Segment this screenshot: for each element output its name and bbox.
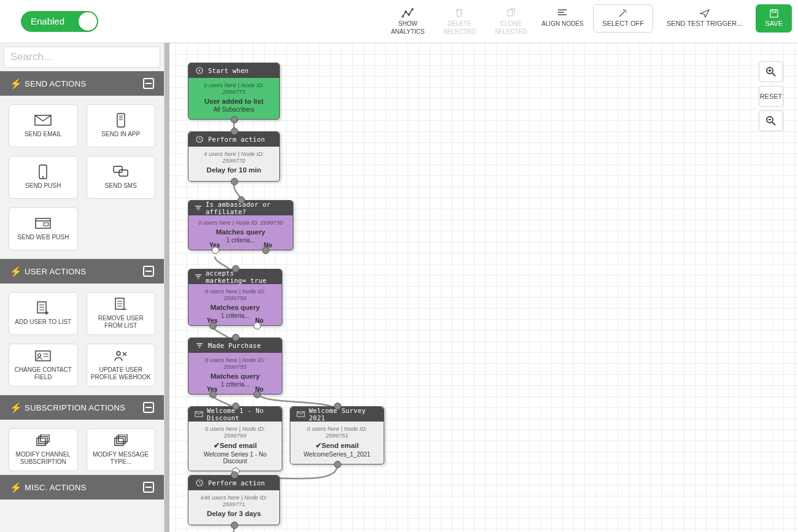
zoom-reset-button[interactable]: RESET: [759, 86, 783, 107]
port-out[interactable]: [231, 116, 238, 123]
card-label: ADD USER TO LIST: [15, 318, 71, 326]
workflow-canvas[interactable]: RESET: [165, 43, 798, 532]
check-icon: ✔: [316, 442, 322, 449]
node-sub: All Subscribers: [193, 106, 274, 113]
clone-selected-button: CLONE SELECTED: [485, 4, 537, 38]
card-modify-channel-subscription[interactable]: MODIFY CHANNEL SUBSCRIPTION: [9, 428, 78, 471]
search-container: [0, 43, 164, 71]
node-made-purchase[interactable]: Made Purchase 0 users here | Node ID: 25…: [188, 337, 282, 395]
port-in[interactable]: [334, 403, 341, 410]
svg-rect-12: [39, 165, 47, 179]
save-icon: [769, 9, 779, 18]
node-sub: 1 criteria...: [193, 381, 277, 388]
port-yes[interactable]: [209, 322, 217, 330]
card-label: SEND SMS: [105, 182, 137, 190]
btn-label: SELECT OFF: [602, 20, 644, 28]
port-in[interactable]: [232, 334, 239, 341]
filter-icon: [195, 342, 204, 349]
port-yes[interactable]: [209, 391, 217, 398]
collapse-icon[interactable]: [143, 78, 154, 89]
top-action-label: CLONE SELECTED: [495, 20, 527, 35]
card-label: SEND PUSH: [25, 182, 61, 190]
card-label: SEND EMAIL: [25, 131, 62, 138]
section-header-misc-actions[interactable]: ⚡ MISC. ACTIONS: [0, 475, 164, 499]
card-label: MODIFY MESSAGE TYPE...: [90, 451, 153, 466]
card-label: SEND IN APP: [101, 131, 140, 138]
section-title: SUBSCRIPTION ACTIONS: [25, 403, 125, 412]
card-send-email[interactable]: SEND EMAIL: [9, 104, 78, 147]
port-yes[interactable]: [212, 247, 219, 254]
card-change-contact-field[interactable]: CHANGE CONTACT FIELD: [9, 344, 78, 387]
node-meta: 0 users here | Node ID: 2599730: [193, 219, 288, 226]
send-test-trigger-button[interactable]: SEND TEST TRIGGER...: [658, 4, 751, 33]
phone-icon: [116, 114, 126, 127]
enabled-toggle[interactable]: Enabled: [21, 11, 98, 32]
port-in[interactable]: [238, 196, 245, 204]
search-input[interactable]: [4, 47, 160, 67]
push-icon: [38, 165, 48, 179]
port-no[interactable]: [254, 391, 261, 398]
check-icon: ✔: [214, 442, 220, 449]
node-header-label: accepts marketing= true: [206, 269, 276, 284]
collapse-icon[interactable]: [143, 482, 154, 493]
zoom-in-button[interactable]: [759, 61, 783, 82]
analytics-icon: [383, 7, 432, 19]
port-in[interactable]: [231, 128, 238, 135]
trash-icon: [435, 7, 484, 19]
card-send-push[interactable]: SEND PUSH: [9, 156, 78, 199]
node-header-label: Made Purchase: [208, 342, 261, 349]
node-ambassador[interactable]: Is ambassador or affiliate? 0 users here…: [188, 200, 293, 250]
card-label: UPDATE USER PROFILE WEBHOOK: [90, 366, 153, 381]
select-off-button[interactable]: SELECT OFF: [593, 4, 653, 33]
svg-rect-18: [44, 223, 48, 226]
save-button[interactable]: SAVE: [756, 4, 792, 33]
zoom-reset-label: RESET: [760, 93, 783, 100]
section-body-user-actions: ADD USER TO LIST REMOVE USER FROM LIST C…: [0, 283, 164, 395]
section-header-send-actions[interactable]: ⚡ SEND ACTIONS: [0, 71, 164, 96]
port-out[interactable]: [231, 178, 238, 185]
node-welcome-no-discount[interactable]: Welcome 1 - No Discount 0 users here | N…: [188, 406, 282, 471]
node-delay-10min[interactable]: Perform action 4 users here | Node ID: 2…: [188, 131, 280, 182]
node-delay-3days[interactable]: Perform action 646 users here | Node ID:…: [188, 475, 280, 525]
port-in[interactable]: [232, 403, 239, 410]
section-title: SEND ACTIONS: [25, 79, 86, 88]
port-in[interactable]: [231, 471, 238, 479]
port-no[interactable]: [254, 322, 261, 330]
card-add-user-to-list[interactable]: ADD USER TO LIST: [9, 292, 78, 335]
collapse-icon[interactable]: [143, 402, 154, 413]
card-send-sms[interactable]: SEND SMS: [87, 156, 156, 199]
align-nodes-button[interactable]: ALIGN NODES: [537, 4, 588, 31]
node-meta: 0 users here | Node ID: 2599755: [193, 357, 277, 370]
node-header-label: Welcome Survey 2021: [309, 407, 378, 422]
svg-rect-36: [117, 436, 125, 444]
card-send-in-app[interactable]: SEND IN APP: [87, 104, 156, 147]
section-header-user-actions[interactable]: ⚡ USER ACTIONS: [0, 259, 164, 283]
node-start-when[interactable]: Start when 0 users here | Node ID: 25997…: [188, 63, 280, 120]
zoom-out-button[interactable]: [759, 110, 783, 131]
svg-rect-33: [39, 436, 47, 444]
zoom-controls: RESET: [759, 61, 783, 131]
node-sub: 1 criteria...: [193, 237, 288, 244]
delete-selected-button: DELETE SELECTED: [433, 4, 485, 38]
card-modify-message-type[interactable]: MODIFY MESSAGE TYPE...: [87, 428, 156, 471]
svg-rect-15: [119, 170, 128, 176]
port-out[interactable]: [334, 461, 341, 468]
port-in[interactable]: [232, 265, 239, 272]
section-header-subscription-actions[interactable]: ⚡ SUBSCRIPTION ACTIONS: [0, 395, 164, 420]
node-meta: 0 users here | Node ID: 2599769: [193, 425, 277, 439]
card-update-user-profile-webhook[interactable]: UPDATE USER PROFILE WEBHOOK: [87, 344, 156, 387]
node-accepts-marketing[interactable]: accepts marketing= true 0 users here | N…: [188, 269, 282, 326]
node-meta: 4 users here | Node ID: 2599770: [193, 150, 274, 164]
show-analytics-button[interactable]: SHOW ANALYTICS: [382, 4, 433, 38]
node-header-label: Welcome 1 - No Discount: [207, 407, 276, 422]
node-welcome-survey[interactable]: Welcome Survey 2021 0 users here | Node …: [290, 406, 384, 465]
svg-rect-6: [772, 10, 776, 12]
toggle-knob: [79, 12, 97, 31]
card-remove-user-from-list[interactable]: REMOVE USER FROM LIST: [87, 292, 156, 335]
bolt-icon: ⚡: [10, 402, 16, 414]
collapse-icon[interactable]: [143, 266, 154, 277]
node-header-label: Start when: [208, 67, 249, 74]
card-send-web-push[interactable]: SEND WEB PUSH: [9, 207, 78, 250]
port-no[interactable]: [262, 247, 269, 254]
port-out[interactable]: [231, 522, 238, 529]
